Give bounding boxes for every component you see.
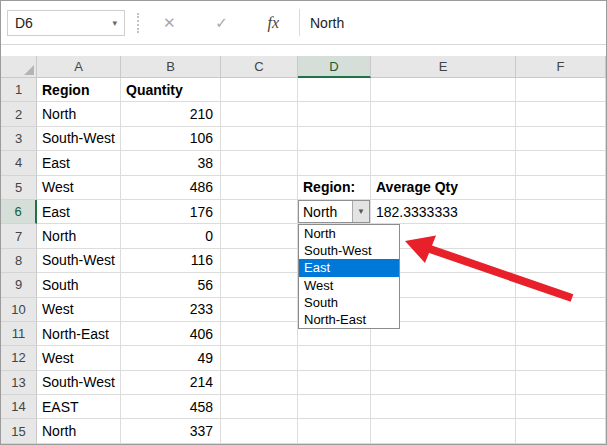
dropdown-option[interactable]: South-West bbox=[299, 242, 399, 259]
cell[interactable] bbox=[371, 102, 516, 126]
column-header-a[interactable]: A bbox=[37, 56, 121, 78]
cell[interactable] bbox=[221, 346, 298, 370]
cell-quantity[interactable]: 458 bbox=[121, 395, 221, 419]
cell[interactable] bbox=[516, 102, 606, 126]
select-all-corner[interactable] bbox=[1, 56, 37, 78]
cell[interactable] bbox=[221, 127, 298, 151]
row-header[interactable]: 15 bbox=[1, 419, 37, 443]
cell-quantity[interactable]: 337 bbox=[121, 419, 221, 443]
row-header[interactable]: 14 bbox=[1, 395, 37, 419]
cell[interactable] bbox=[516, 346, 606, 370]
cell-region[interactable]: West bbox=[37, 176, 121, 200]
row-header[interactable]: 10 bbox=[1, 298, 37, 322]
cell-region-header[interactable]: Region bbox=[37, 78, 121, 102]
dropdown-option-highlighted[interactable]: East bbox=[299, 259, 399, 276]
cell[interactable] bbox=[221, 371, 298, 395]
cell[interactable] bbox=[516, 151, 606, 175]
cell[interactable] bbox=[221, 249, 298, 273]
enter-icon[interactable]: ✓ bbox=[215, 14, 228, 32]
cell[interactable] bbox=[516, 176, 606, 200]
cell-region[interactable]: South-West bbox=[37, 127, 121, 151]
cell[interactable] bbox=[371, 127, 516, 151]
cell-region[interactable]: South-West bbox=[37, 371, 121, 395]
cell-quantity[interactable]: 0 bbox=[121, 224, 221, 248]
name-box[interactable]: D6 ▾ bbox=[7, 10, 125, 36]
cell-region[interactable]: West bbox=[37, 346, 121, 370]
cell[interactable] bbox=[221, 176, 298, 200]
cell-quantity[interactable]: 106 bbox=[121, 127, 221, 151]
cell[interactable] bbox=[221, 78, 298, 102]
cell[interactable] bbox=[298, 78, 371, 102]
cell[interactable] bbox=[221, 102, 298, 126]
cell[interactable] bbox=[221, 298, 298, 322]
cell-quantity[interactable]: 56 bbox=[121, 273, 221, 297]
cell-quantity[interactable]: 233 bbox=[121, 298, 221, 322]
cell[interactable] bbox=[298, 102, 371, 126]
cell[interactable] bbox=[371, 346, 516, 370]
cell[interactable] bbox=[221, 224, 298, 248]
cell[interactable] bbox=[516, 200, 606, 224]
cell[interactable] bbox=[298, 151, 371, 175]
dropdown-option[interactable]: North-East bbox=[299, 311, 399, 328]
cell[interactable] bbox=[221, 419, 298, 443]
cell-region[interactable]: East bbox=[37, 151, 121, 175]
cell[interactable] bbox=[221, 151, 298, 175]
cell[interactable] bbox=[298, 395, 371, 419]
row-header[interactable]: 9 bbox=[1, 273, 37, 297]
cell[interactable] bbox=[516, 322, 606, 346]
cell-average-label[interactable]: Average Qty bbox=[371, 176, 516, 200]
dropdown-option[interactable]: South bbox=[299, 294, 399, 311]
dropdown-option[interactable]: West bbox=[299, 277, 399, 294]
column-header-e[interactable]: E bbox=[371, 56, 516, 78]
cell-region[interactable]: North-East bbox=[37, 322, 121, 346]
row-header[interactable]: 5 bbox=[1, 176, 37, 200]
cell[interactable] bbox=[516, 78, 606, 102]
cell-quantity-header[interactable]: Quantity bbox=[121, 78, 221, 102]
dropdown-arrow-button[interactable]: ▼ bbox=[352, 201, 369, 222]
cell-region[interactable]: EAST bbox=[37, 395, 121, 419]
cell-region[interactable]: North bbox=[37, 224, 121, 248]
row-header[interactable]: 4 bbox=[1, 151, 37, 175]
name-box-dropdown-icon[interactable]: ▾ bbox=[112, 18, 117, 28]
cell[interactable] bbox=[221, 273, 298, 297]
cell-region[interactable]: North bbox=[37, 102, 121, 126]
formula-input[interactable]: North bbox=[299, 9, 606, 36]
row-header[interactable]: 1 bbox=[1, 78, 37, 102]
row-header[interactable]: 11 bbox=[1, 322, 37, 346]
cell-quantity[interactable]: 38 bbox=[121, 151, 221, 175]
cell[interactable] bbox=[298, 419, 371, 443]
cell[interactable] bbox=[516, 249, 606, 273]
cell[interactable] bbox=[371, 395, 516, 419]
cell[interactable] bbox=[371, 78, 516, 102]
cell[interactable] bbox=[516, 273, 606, 297]
cell-quantity[interactable]: 486 bbox=[121, 176, 221, 200]
cancel-icon[interactable]: ✕ bbox=[163, 14, 176, 32]
cell-quantity[interactable]: 214 bbox=[121, 371, 221, 395]
cell[interactable] bbox=[516, 371, 606, 395]
cell-region-label[interactable]: Region: bbox=[298, 176, 371, 200]
column-header-c[interactable]: C bbox=[221, 56, 298, 78]
cell-region[interactable]: South-West bbox=[37, 249, 121, 273]
cell-quantity[interactable]: 176 bbox=[121, 200, 221, 224]
column-header-d-selected[interactable]: D bbox=[298, 56, 371, 78]
cell[interactable] bbox=[221, 200, 298, 224]
cell[interactable] bbox=[298, 127, 371, 151]
cell-region[interactable]: West bbox=[37, 298, 121, 322]
cell[interactable] bbox=[516, 395, 606, 419]
cell[interactable] bbox=[298, 371, 371, 395]
cell-quantity[interactable]: 406 bbox=[121, 322, 221, 346]
cell-region[interactable]: East bbox=[37, 200, 121, 224]
row-header[interactable]: 12 bbox=[1, 346, 37, 370]
column-header-f[interactable]: F bbox=[516, 56, 606, 78]
cell-quantity[interactable]: 49 bbox=[121, 346, 221, 370]
row-header[interactable]: 7 bbox=[1, 224, 37, 248]
cell-region[interactable]: South bbox=[37, 273, 121, 297]
cell-quantity[interactable]: 210 bbox=[121, 102, 221, 126]
cell[interactable] bbox=[516, 127, 606, 151]
cell[interactable] bbox=[298, 346, 371, 370]
cell[interactable] bbox=[371, 151, 516, 175]
cell[interactable] bbox=[516, 419, 606, 443]
region-dropdown[interactable]: North ▼ bbox=[298, 200, 370, 223]
dropdown-option[interactable]: North bbox=[299, 225, 399, 242]
cell[interactable] bbox=[371, 371, 516, 395]
